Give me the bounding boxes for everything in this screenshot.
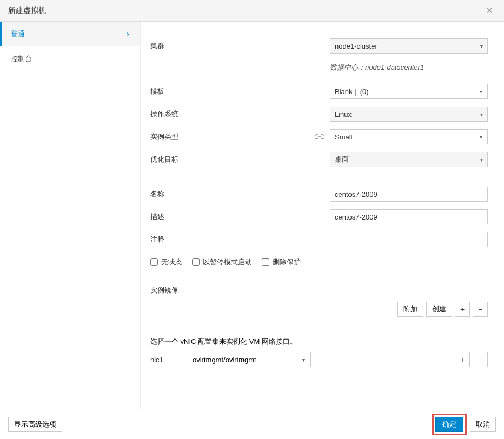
form-content: 集群 node1-cluster ▾ 数据中心：node1-datacenter… [141, 22, 504, 409]
os-select[interactable]: Linux ▾ [330, 107, 488, 122]
show-advanced-button[interactable]: 显示高级选项 [8, 417, 62, 432]
template-select[interactable] [330, 84, 474, 99]
nic-dropdown-button[interactable]: ▾ [296, 352, 311, 367]
nic-label: nic1 [149, 356, 181, 364]
sidebar-item-label: 普通 [11, 29, 25, 39]
create-button[interactable]: 创建 [426, 302, 452, 317]
plus-icon[interactable]: + [455, 302, 470, 317]
os-label: 操作系统 [149, 109, 330, 119]
close-icon[interactable]: × [483, 4, 496, 17]
ok-button-highlight: 确定 [432, 414, 467, 435]
comment-input[interactable] [330, 232, 488, 247]
chevron-down-icon: ▾ [480, 157, 483, 163]
dialog-header: 新建虚拟机 × [0, 0, 504, 22]
chevron-down-icon: ▾ [480, 134, 482, 140]
sidebar-item-general[interactable]: 普通 › [0, 22, 140, 46]
sidebar: 普通 › 控制台 [0, 22, 141, 409]
add-nic-button[interactable]: + [455, 352, 470, 367]
vnic-hint: 选择一个 vNIC 配置集来实例化 VM 网络接口。 [149, 335, 488, 352]
cancel-button[interactable]: 取消 [470, 417, 496, 432]
sidebar-item-label: 控制台 [11, 54, 32, 64]
chevron-down-icon: ▾ [480, 111, 483, 117]
instance-type-label: 实例类型 [149, 132, 330, 142]
optimized-for-label: 优化目标 [149, 155, 330, 164]
nic-profile-select[interactable] [188, 352, 296, 367]
optimized-for-select[interactable]: 桌面 ▾ [330, 152, 488, 167]
attach-button[interactable]: 附加 [397, 302, 423, 317]
dialog-footer: 显示高级选项 确定 取消 [0, 409, 504, 439]
name-label: 名称 [149, 189, 330, 199]
description-label: 描述 [149, 212, 330, 222]
divider [149, 329, 488, 329]
ok-button[interactable]: 确定 [435, 417, 463, 432]
link-icon [315, 134, 324, 139]
datacenter-hint: 数据中心：node1-datacenter1 [330, 61, 424, 77]
comment-label: 注释 [149, 235, 330, 244]
delete-protection-checkbox[interactable]: 删除保护 [262, 257, 301, 267]
new-vm-dialog: 新建虚拟机 × 普通 › 控制台 集群 node1-cluster ▾ [0, 0, 504, 439]
remove-nic-button[interactable]: − [473, 352, 488, 367]
instance-images-buttons: 附加 创建 + − [149, 300, 488, 319]
dialog-title: 新建虚拟机 [8, 6, 46, 16]
chevron-down-icon: ▾ [480, 43, 483, 49]
instance-type-select[interactable] [330, 129, 474, 144]
instance-images-label: 实例镜像 [149, 281, 488, 300]
chevron-down-icon: ▾ [480, 89, 482, 95]
chevron-right-icon: › [127, 29, 129, 39]
description-input[interactable] [330, 209, 488, 224]
name-input[interactable] [330, 187, 488, 202]
stateless-checkbox[interactable]: 无状态 [150, 257, 182, 267]
minus-icon[interactable]: − [473, 302, 488, 317]
template-label: 模板 [149, 87, 330, 96]
chevron-down-icon: ▾ [302, 357, 305, 363]
start-paused-checkbox[interactable]: 以暂停模式启动 [192, 257, 252, 267]
instance-type-dropdown-button[interactable]: ▾ [474, 129, 488, 144]
cluster-select[interactable]: node1-cluster ▾ [330, 38, 488, 54]
cluster-label: 集群 [149, 41, 330, 51]
sidebar-item-console[interactable]: 控制台 [0, 46, 140, 71]
template-dropdown-button[interactable]: ▾ [474, 84, 488, 99]
